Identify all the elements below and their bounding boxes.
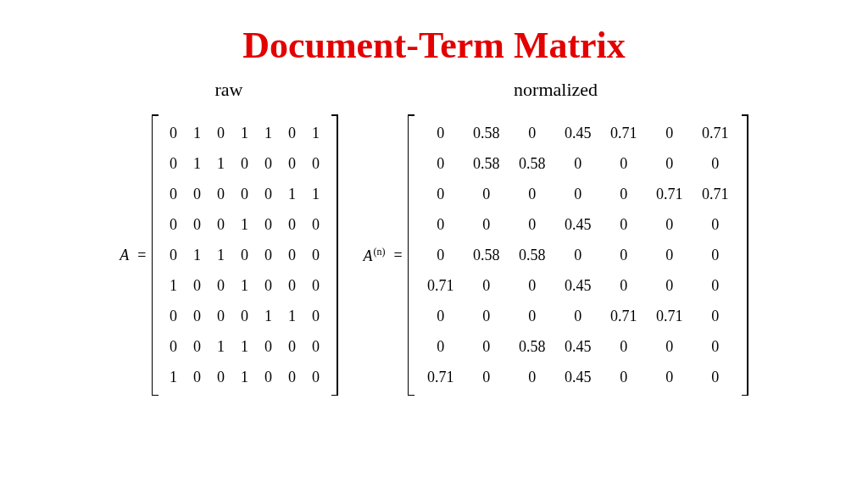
normalized-matrix-grid: 00.5800.450.7100.7100.580.580000000000.7… [415, 114, 742, 396]
matrix-cell: 0 [209, 209, 233, 240]
matrix-cell: 0 [162, 118, 186, 148]
matrix-cell: 1 [186, 148, 209, 179]
matrix-cell: 0.71 [693, 179, 738, 209]
matrix-cell: 0 [418, 331, 464, 362]
matrix-cell: 0.45 [555, 331, 601, 362]
matrix-cell: 1 [281, 179, 304, 209]
matrix-cell: 0.58 [509, 331, 555, 362]
matrix-cell: 0 [304, 270, 328, 301]
matrix-cell: 0 [257, 148, 281, 179]
matrix-cell: 0 [162, 209, 186, 240]
matrix-cell: 0 [464, 209, 509, 240]
matrix-cell: 1 [186, 118, 209, 148]
matrix-cell: 0 [209, 118, 233, 148]
matrix-cell: 0 [186, 179, 209, 209]
matrix-cell: 0 [162, 179, 186, 209]
matrix-cell: 0 [257, 270, 281, 301]
matrix-cell: 1 [186, 240, 209, 270]
matrix-cell: 0 [304, 301, 328, 331]
matrix-cell: 0 [162, 148, 186, 179]
matrix-cell: 0 [257, 331, 281, 362]
matrix-cell: 0 [555, 301, 601, 331]
matrix-cell: 1 [304, 179, 328, 209]
matrix-cell: 0.45 [555, 362, 601, 392]
matrix-cell: 0 [555, 240, 601, 270]
matrix-cell: 1 [162, 270, 186, 301]
matrix-cell: 0 [601, 179, 647, 209]
matrix-cell: 0 [186, 209, 209, 240]
matrix-cell: 0 [233, 301, 257, 331]
matrix-cell: 0 [304, 209, 328, 240]
matrix-cell: 0 [693, 240, 738, 270]
matrix-cell: 0 [601, 209, 647, 240]
matrix-cell: 0 [162, 331, 186, 362]
matrix-cell: 0.45 [555, 209, 601, 240]
matrix-cell: 0.45 [555, 270, 601, 301]
matrix-cell: 0 [186, 331, 209, 362]
matrix-cell: 0 [601, 362, 647, 392]
matrix-cell: 0 [209, 179, 233, 209]
matrix-cell: 0 [647, 209, 693, 240]
matrix-cell: 0 [418, 209, 464, 240]
matrix-cell: 0 [647, 331, 693, 362]
matrix-cell: 0 [257, 362, 281, 392]
matrix-cell: 0 [418, 179, 464, 209]
matrix-cell: 0 [186, 270, 209, 301]
matrix-cell: 0 [464, 179, 509, 209]
matrix-cell: 1 [233, 270, 257, 301]
matrix-cell: 0 [693, 209, 738, 240]
matrix-cell: 0 [304, 148, 328, 179]
matrix-cell: 1 [281, 301, 304, 331]
matrix-cell: 0 [601, 148, 647, 179]
column-raw: raw A = 01011010110000000001100010000110… [120, 79, 337, 396]
matrix-cell: 0 [257, 209, 281, 240]
normalized-lhs-superscript: (n) [373, 246, 386, 258]
matrix-cell: 0 [233, 179, 257, 209]
normalized-label: normalized [514, 79, 598, 101]
raw-label: raw [214, 79, 242, 101]
matrix-cell: 1 [233, 209, 257, 240]
matrix-cell: 0.71 [647, 301, 693, 331]
right-bracket-icon [742, 114, 748, 396]
matrix-cell: 0 [601, 270, 647, 301]
matrix-cell: 1 [304, 118, 328, 148]
matrix-cell: 1 [233, 118, 257, 148]
matrix-cell: 0.71 [418, 362, 464, 392]
matrix-cell: 1 [257, 301, 281, 331]
raw-lhs-symbol: A [120, 247, 132, 264]
matrix-cell: 0.58 [464, 148, 509, 179]
matrix-cell: 1 [209, 148, 233, 179]
column-normalized: normalized A(n) = 00.5800.450.7100.7100.… [364, 79, 748, 396]
matrix-cell: 0 [209, 270, 233, 301]
matrix-cell: 0 [509, 301, 555, 331]
matrix-cell: 1 [209, 331, 233, 362]
normalized-lhs-letter: A [364, 247, 373, 264]
matrix-cell: 0 [647, 148, 693, 179]
matrix-cell: 0 [304, 331, 328, 362]
matrix-cell: 0 [647, 270, 693, 301]
matrix-cell: 0.58 [509, 148, 555, 179]
matrix-cell: 0 [601, 331, 647, 362]
matrix-cell: 0 [464, 301, 509, 331]
matrix-cell: 0 [555, 179, 601, 209]
matrix-cell: 0.58 [464, 240, 509, 270]
matrix-cell: 0 [647, 240, 693, 270]
right-bracket-icon [331, 114, 338, 396]
matrix-cell: 0 [464, 270, 509, 301]
matrix-cell: 0 [693, 331, 738, 362]
matrix-cell: 0.45 [555, 118, 601, 148]
left-bracket-icon [408, 114, 415, 396]
matrix-cell: 0 [509, 362, 555, 392]
matrix-cell: 0 [209, 301, 233, 331]
matrix-cell: 0 [418, 118, 464, 148]
matrix-cell: 0.71 [601, 301, 647, 331]
matrix-cell: 0 [281, 362, 304, 392]
matrix-cell: 0.71 [693, 118, 738, 148]
matrix-cell: 0 [509, 209, 555, 240]
matrix-cell: 0 [693, 301, 738, 331]
matrix-cell: 0 [281, 331, 304, 362]
matrix-cell: 0.71 [647, 179, 693, 209]
matrix-cell: 0 [233, 240, 257, 270]
matrix-cell: 0 [647, 362, 693, 392]
matrix-cell: 1 [162, 362, 186, 392]
